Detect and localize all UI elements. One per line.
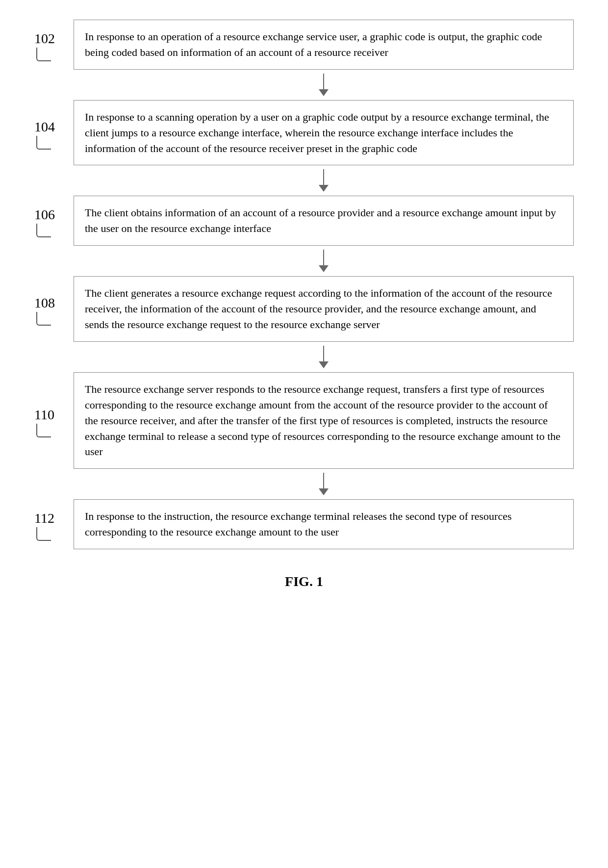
step-bracket-104 xyxy=(36,136,51,150)
step-row-102: 102In response to an operation of a reso… xyxy=(34,20,574,70)
step-number-104: 104 xyxy=(34,120,55,134)
arrow-110 xyxy=(34,469,574,499)
step-label-112: 112 xyxy=(34,508,74,541)
step-label-106: 106 xyxy=(34,204,74,237)
step-number-110: 110 xyxy=(34,408,54,422)
step-number-108: 108 xyxy=(34,296,55,310)
step-number-102: 102 xyxy=(34,32,55,46)
arrow-line xyxy=(323,346,324,361)
step-row-112: 112In response to the instruction, the r… xyxy=(34,499,574,549)
step-box-110: The resource exchange server responds to… xyxy=(74,372,574,469)
arrow-head xyxy=(319,488,329,495)
step-row-110: 110The resource exchange server responds… xyxy=(34,372,574,469)
arrow-col xyxy=(74,342,574,372)
arrow-col xyxy=(74,469,574,499)
diagram-container: 102In response to an operation of a reso… xyxy=(34,20,574,549)
arrow-line xyxy=(323,169,324,185)
step-box-108: The client generates a resource exchange… xyxy=(74,276,574,342)
figure-caption: FIG. 1 xyxy=(285,574,323,589)
step-box-106: The client obtains information of an acc… xyxy=(74,196,574,246)
step-row-106: 106The client obtains information of an … xyxy=(34,196,574,246)
step-bracket-108 xyxy=(36,312,51,326)
step-box-112: In response to the instruction, the reso… xyxy=(74,499,574,549)
arrow-head xyxy=(319,89,329,96)
arrow-down xyxy=(319,169,329,192)
step-row-104: 104In response to a scanning operation b… xyxy=(34,100,574,166)
step-box-104: In response to a scanning operation by a… xyxy=(74,100,574,166)
arrow-head xyxy=(319,361,329,368)
arrow-col xyxy=(74,246,574,276)
step-label-110: 110 xyxy=(34,404,74,437)
arrow-line xyxy=(323,473,324,488)
step-label-104: 104 xyxy=(34,116,74,150)
arrow-102 xyxy=(34,70,574,100)
step-bracket-102 xyxy=(36,48,51,61)
arrow-down xyxy=(319,74,329,96)
step-row-108: 108The client generates a resource excha… xyxy=(34,276,574,342)
arrow-col xyxy=(74,165,574,196)
arrow-down xyxy=(319,250,329,272)
arrow-head xyxy=(319,265,329,272)
arrow-line xyxy=(323,250,324,265)
arrow-head xyxy=(319,185,329,192)
arrow-down xyxy=(319,346,329,368)
step-label-102: 102 xyxy=(34,28,74,61)
arrow-down xyxy=(319,473,329,495)
arrow-108 xyxy=(34,342,574,372)
arrow-104 xyxy=(34,165,574,196)
step-number-106: 106 xyxy=(34,208,55,222)
step-number-112: 112 xyxy=(34,511,54,525)
step-box-102: In response to an operation of a resourc… xyxy=(74,20,574,70)
step-bracket-106 xyxy=(36,224,51,237)
step-bracket-112 xyxy=(36,527,51,541)
arrow-106 xyxy=(34,246,574,276)
arrow-col xyxy=(74,70,574,100)
step-bracket-110 xyxy=(36,424,51,437)
step-label-108: 108 xyxy=(34,292,74,326)
arrow-line xyxy=(323,74,324,89)
